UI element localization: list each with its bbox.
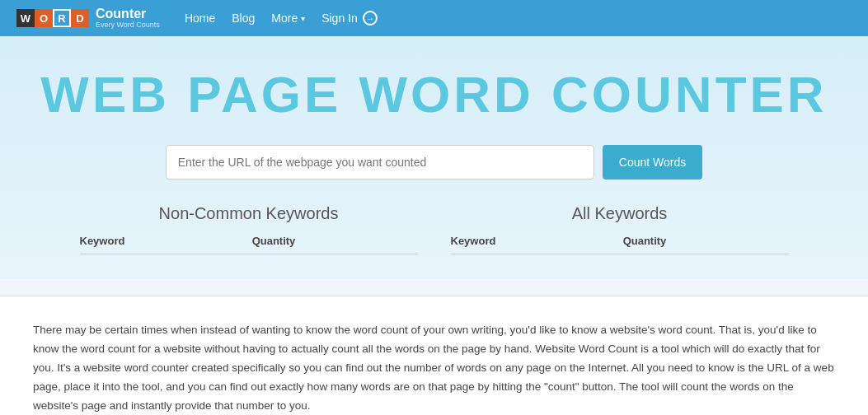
logo-d: D xyxy=(71,9,89,27)
all-keywords-section: All Keywords Keyword Quantity xyxy=(434,204,805,254)
non-common-keyword-col-header: Keyword xyxy=(80,235,252,254)
non-common-keywords-title: Non-Common Keywords xyxy=(80,204,418,223)
content-section: There may be certain times when instead … xyxy=(0,296,868,415)
keyword-tables: Non-Common Keywords Keyword Quantity All… xyxy=(63,204,805,254)
all-keyword-col-header: Keyword xyxy=(451,235,623,254)
logo-o: O xyxy=(35,9,53,27)
nav-more-dropdown[interactable]: More ▾ xyxy=(271,12,305,25)
logo-title: Counter xyxy=(96,7,160,21)
page-title: Web Page Word Counter xyxy=(16,69,852,120)
all-quantity-col-header: Quantity xyxy=(623,235,789,254)
url-input-row: Count Words xyxy=(16,145,852,180)
signin-icon: → xyxy=(363,11,378,26)
all-keywords-table: Keyword Quantity xyxy=(451,235,789,254)
nav-home[interactable]: Home xyxy=(185,12,215,25)
logo[interactable]: W O R D Counter Every Word Counts xyxy=(16,7,160,29)
count-words-button[interactable]: Count Words xyxy=(603,145,702,180)
logo-subtitle: Every Word Counts xyxy=(96,21,160,29)
nav-links: Home Blog More ▾ Sign In → xyxy=(185,11,378,26)
logo-w: W xyxy=(16,9,35,27)
chevron-down-icon: ▾ xyxy=(301,14,305,23)
all-keywords-title: All Keywords xyxy=(451,204,789,223)
logo-r: R xyxy=(53,9,71,27)
nav-more-label: More xyxy=(271,12,298,25)
hero-section: Web Page Word Counter Count Words Non-Co… xyxy=(0,36,868,279)
url-input[interactable] xyxy=(166,145,594,180)
non-common-quantity-col-header: Quantity xyxy=(252,235,418,254)
nav-blog[interactable]: Blog xyxy=(232,12,255,25)
non-common-keywords-section: Non-Common Keywords Keyword Quantity xyxy=(63,204,434,254)
logo-text: Counter Every Word Counts xyxy=(96,7,160,29)
signin-link[interactable]: Sign In → xyxy=(321,11,378,26)
non-common-keywords-table: Keyword Quantity xyxy=(80,235,418,254)
navbar: W O R D Counter Every Word Counts Home B… xyxy=(0,0,868,36)
content-paragraph-1: There may be certain times when instead … xyxy=(33,321,835,415)
signin-label: Sign In xyxy=(321,12,358,25)
logo-letters: W O R D xyxy=(16,9,89,27)
